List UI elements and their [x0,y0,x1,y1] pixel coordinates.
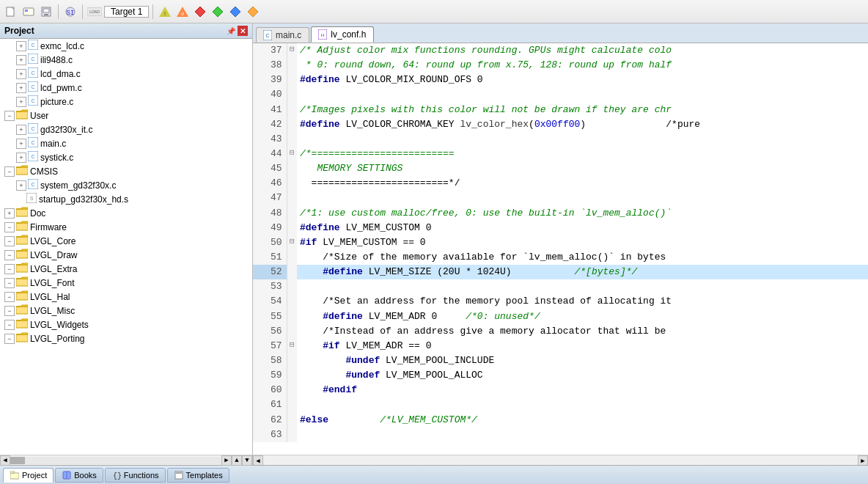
code-line[interactable] [297,87,868,102]
bottom-tab-templates[interactable]: Templates [167,468,229,483]
toolbar-icon-4[interactable]: SI [62,4,78,20]
tree-item[interactable]: −LVGL_Font [0,276,252,290]
tree-item[interactable]: −LVGL_Draw [0,248,252,262]
tree-toggle[interactable]: − [4,250,15,260]
fold-indicator[interactable]: ⊟ [287,43,297,58]
tree-toggle[interactable]: − [4,320,15,330]
tree-item[interactable]: +Clcd_dma.c [0,67,252,81]
code-line[interactable]: #if LV_MEM_ADR == 0 [297,339,868,353]
tree-item[interactable]: −LVGL_Widgets [0,318,252,331]
tree-item[interactable]: +Cexmc_lcd.c [0,39,252,53]
tab-lv-conf[interactable]: H lv_conf.h [311,26,374,43]
code-line[interactable]: /*Instead of an address give a memory al… [297,324,868,339]
tree-toggle[interactable]: − [4,306,15,316]
tree-item[interactable]: +Cgd32f30x_it.c [0,122,252,136]
tree-toggle[interactable]: + [16,69,26,79]
tree-item[interactable]: +Doc [0,206,252,220]
code-line[interactable]: /*========================= [297,147,868,161]
tree-toggle[interactable]: − [4,236,15,246]
panel-close-button[interactable]: ✕ [238,26,248,36]
fold-indicator[interactable]: ⊟ [287,235,297,250]
panel-pin-button[interactable]: 📌 [226,26,236,36]
code-line[interactable]: ========================*/ [297,176,868,191]
code-line[interactable]: #define LV_COLOR_MIX_ROUND_OFS 0 [297,73,868,87]
tree-item[interactable]: +Cpicture.c [0,95,252,109]
code-line[interactable]: #if LV_MEM_CUSTOM == 0 [297,235,868,250]
code-line[interactable]: /*1: use custom malloc/free, 0: use the … [297,206,868,221]
tree-toggle[interactable]: − [4,292,15,302]
tree-item[interactable]: −LVGL_Misc [0,304,252,318]
h-scroll-right[interactable]: ▶ [858,455,868,465]
bottom-tab-functions[interactable]: {} Functions [105,468,166,483]
project-tree[interactable]: +Cexmc_lcd.c+Cili9488.c+Clcd_dma.c+Clcd_… [0,39,252,455]
code-line[interactable]: /*Set an address for the memory pool ins… [297,294,868,309]
panel-hscroll[interactable]: ◀ ▶ ▲ ▼ [0,455,252,465]
toolbar-icon-build[interactable]: ! [157,4,173,20]
code-line[interactable]: /* Adjust color mix functions rounding. … [297,43,868,58]
tree-toggle[interactable]: + [16,83,26,93]
tree-toggle[interactable]: + [16,97,26,107]
target-selector[interactable]: Target 1 [104,6,149,18]
code-line[interactable]: /*Size of the memory available for `lv_m… [297,250,868,265]
code-line[interactable]: #undef LV_MEM_POOL_INCLUDE [297,353,868,368]
tree-toggle[interactable]: + [16,125,26,135]
code-line[interactable] [297,397,868,412]
code-line[interactable]: /*Images pixels with this color will not… [297,103,868,117]
tree-item[interactable]: −LVGL_Porting [0,331,252,345]
tree-item[interactable]: +Cili9488.c [0,53,252,67]
toolbar-icon-rebuild[interactable]: ↺ [174,4,191,20]
fold-indicator[interactable]: ⊟ [287,147,297,161]
bottom-tab-project[interactable]: Project [3,468,54,483]
scroll-up-btn[interactable]: ▲ [232,455,242,466]
toolbar-icon-diamond2[interactable] [210,4,226,20]
toolbar-icon-1[interactable] [3,4,19,20]
tree-item[interactable]: −User [0,109,252,122]
tree-toggle[interactable]: − [4,334,15,344]
fold-indicator[interactable]: ⊟ [287,339,297,353]
toolbar-icon-2[interactable] [21,4,37,20]
toolbar-icon-diamond1[interactable] [192,4,208,20]
tree-item[interactable]: −Firmware [0,220,252,234]
toolbar-icon-diamond4[interactable] [245,4,261,20]
tab-main-c[interactable]: C main.c [256,27,309,43]
toolbar-icon-diamond3[interactable] [227,4,243,20]
code-line[interactable]: #define LV_MEM_CUSTOM 0 [297,221,868,235]
h-scroll-left[interactable]: ◀ [253,455,263,465]
code-editor[interactable]: 37⊟/* Adjust color mix functions roundin… [253,43,868,455]
toolbar-icon-load[interactable]: LOAD [87,4,103,20]
tree-toggle[interactable]: + [16,139,26,149]
scroll-left[interactable]: ◀ [0,455,10,466]
tree-toggle[interactable]: − [4,264,15,274]
tree-toggle[interactable]: − [4,222,15,232]
bottom-tab-books[interactable]: Books [55,468,103,483]
code-line[interactable]: #else /*LV_MEM_CUSTOM*/ [297,413,868,428]
tree-toggle[interactable]: + [16,41,26,51]
code-line[interactable]: #endif [297,383,868,397]
tree-toggle[interactable]: + [16,153,26,163]
tree-toggle[interactable]: − [4,278,15,288]
tree-toggle[interactable]: + [16,55,26,65]
scroll-down-btn[interactable]: ▼ [242,455,252,466]
code-line[interactable] [297,132,868,147]
code-line[interactable]: #undef LV_MEM_POOL_ALLOC [297,368,868,383]
tree-item[interactable]: −CMSIS [0,164,252,178]
tree-item[interactable]: −LVGL_Extra [0,262,252,276]
code-line[interactable]: #define LV_MEM_ADR 0 /*0: unused*/ [297,309,868,324]
tree-item[interactable]: +Csystick.c [0,150,252,164]
tree-toggle[interactable]: − [4,111,15,121]
tree-toggle[interactable]: + [4,208,15,219]
code-line[interactable] [297,191,868,205]
tree-toggle[interactable]: − [4,166,15,177]
code-line[interactable]: * 0: round down, 64: round up from x.75,… [297,58,868,73]
tree-item[interactable]: +Csystem_gd32f30x.c [0,178,252,192]
code-line[interactable]: #define LV_MEM_SIZE (20U * 1024U) /*[byt… [297,265,868,279]
tree-item[interactable]: +Clcd_pwm.c [0,81,252,95]
tree-toggle[interactable]: + [16,180,26,191]
toolbar-icon-3[interactable] [38,4,54,20]
code-line[interactable] [297,428,868,442]
code-line[interactable] [297,279,868,294]
tree-item[interactable]: +Cmain.c [0,136,252,150]
scroll-right[interactable]: ▶ [221,455,232,466]
code-line[interactable]: #define LV_COLOR_CHROMA_KEY lv_color_hex… [297,117,868,132]
tree-item[interactable]: −LVGL_Hal [0,290,252,304]
